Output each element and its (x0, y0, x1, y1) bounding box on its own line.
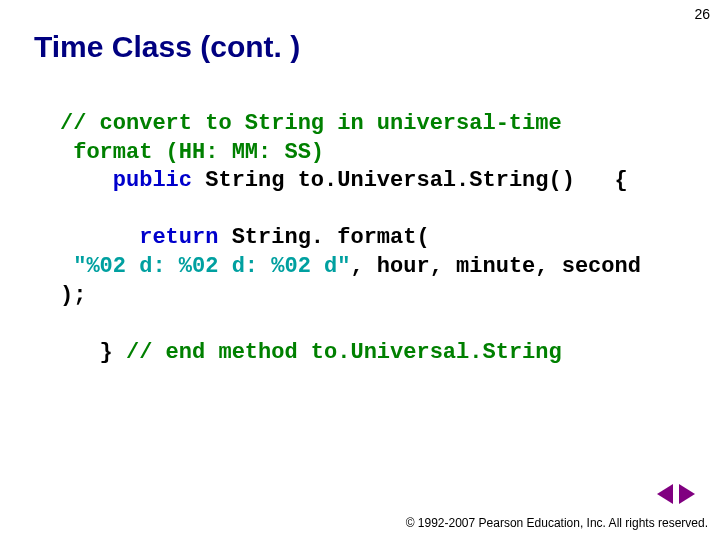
code-text-1: String to.Universal.String() { (192, 168, 628, 193)
code-comment-1: // convert to String in universal-time f… (60, 111, 562, 165)
code-comment-2: // end method to.Universal.String (126, 340, 562, 365)
slide-title: Time Class (cont. ) (34, 30, 300, 64)
slide: 26 Time Class (cont. ) // convert to Str… (0, 0, 720, 540)
code-keyword-public: public (113, 168, 192, 193)
nav-controls (656, 484, 696, 508)
code-keyword-return: return (139, 225, 218, 250)
code-text-4: } (60, 340, 126, 365)
code-string-1: "%02 d: %02 d: %02 d" (73, 254, 350, 279)
copyright-footer: © 1992-2007 Pearson Education, Inc. All … (406, 516, 708, 530)
code-block: // convert to String in universal-time f… (60, 110, 680, 367)
next-arrow-icon[interactable] (679, 484, 695, 504)
code-text-2: String. format( (218, 225, 429, 250)
page-number: 26 (694, 6, 710, 22)
prev-arrow-icon[interactable] (657, 484, 673, 504)
